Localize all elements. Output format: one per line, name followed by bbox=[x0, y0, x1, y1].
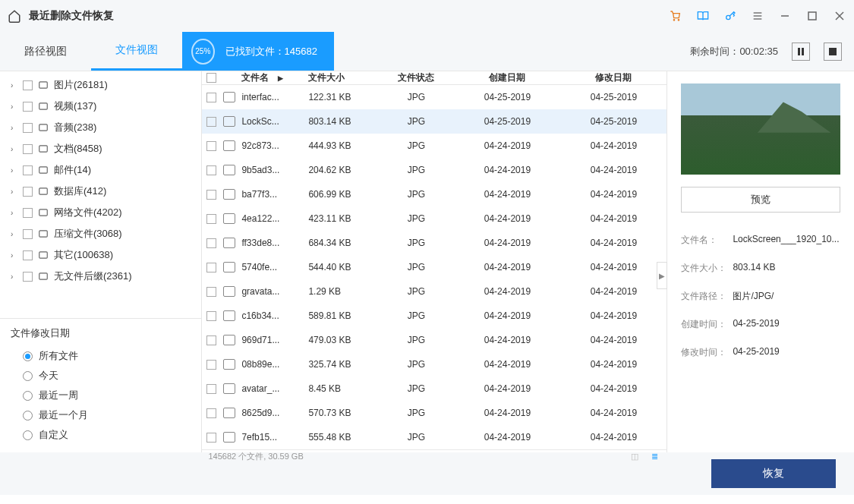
maximize-button[interactable] bbox=[805, 9, 819, 23]
col-filename[interactable]: 文件名▶ bbox=[238, 71, 305, 84]
tab-file-view[interactable]: 文件视图 bbox=[91, 32, 182, 71]
table-row[interactable]: 5740fe...544.40 KBJPG04-24-201904-24-201… bbox=[202, 255, 666, 279]
svg-rect-20 bbox=[39, 231, 48, 237]
row-checkbox[interactable] bbox=[206, 141, 216, 151]
sidebar-item-audio[interactable]: ›音频(238) bbox=[0, 117, 201, 138]
radio-icon bbox=[23, 371, 33, 381]
col-status[interactable]: 文件状态 bbox=[378, 71, 454, 84]
row-checkbox[interactable] bbox=[206, 165, 216, 175]
sidebar-item-image[interactable]: ›图片(26181) bbox=[0, 74, 201, 96]
file-icon bbox=[223, 383, 235, 394]
select-all-checkbox[interactable] bbox=[206, 73, 216, 83]
filter-radio-3[interactable]: 最近一个月 bbox=[11, 405, 191, 425]
cell-status: JPG bbox=[378, 116, 454, 127]
table-row[interactable]: LockSc...803.14 KBJPG04-25-201904-25-201… bbox=[202, 109, 666, 134]
filter-radio-1[interactable]: 今天 bbox=[11, 366, 191, 386]
sidebar-item-web[interactable]: ›网络文件(4202) bbox=[0, 202, 201, 223]
cart-icon[interactable] bbox=[669, 9, 682, 23]
book-icon[interactable] bbox=[696, 9, 710, 23]
checkbox[interactable] bbox=[23, 123, 33, 133]
table-row[interactable]: 4ea122...423.11 KBJPG04-24-201904-24-201… bbox=[202, 206, 666, 231]
collapse-preview-icon[interactable]: ▶ bbox=[657, 262, 667, 289]
checkbox[interactable] bbox=[23, 272, 33, 282]
sidebar-item-zip[interactable]: ›压缩文件(3068) bbox=[0, 223, 201, 244]
sidebar-item-nofile[interactable]: ›无文件后缀(2361) bbox=[0, 266, 201, 287]
col-size[interactable]: 文件大小 bbox=[305, 71, 378, 84]
meta-label: 文件大小： bbox=[681, 262, 733, 275]
menu-icon[interactable] bbox=[751, 9, 764, 23]
table-row[interactable]: ba77f3...606.99 KBJPG04-24-201904-24-201… bbox=[202, 182, 666, 206]
meta-label: 修改时间： bbox=[681, 346, 733, 359]
db-icon bbox=[37, 185, 49, 197]
row-checkbox[interactable] bbox=[206, 287, 216, 297]
checkbox[interactable] bbox=[23, 165, 33, 175]
table-row[interactable]: c16b34...589.81 KBJPG04-24-201904-24-201… bbox=[202, 304, 666, 328]
key-icon[interactable] bbox=[723, 9, 737, 23]
svg-rect-10 bbox=[798, 48, 800, 55]
sidebar-item-doc[interactable]: ›文档(8458) bbox=[0, 138, 201, 159]
cell-modified: 04-24-2019 bbox=[560, 189, 666, 200]
row-checkbox[interactable] bbox=[206, 117, 216, 127]
sidebar-item-other[interactable]: ›其它(100638) bbox=[0, 244, 201, 266]
col-modified[interactable]: 修改日期 bbox=[560, 71, 666, 84]
home-icon[interactable] bbox=[8, 9, 21, 23]
checkbox[interactable] bbox=[23, 229, 33, 239]
preview-button[interactable]: 预览 bbox=[681, 187, 840, 213]
col-created[interactable]: 创建日期 bbox=[454, 71, 560, 84]
row-checkbox[interactable] bbox=[206, 238, 216, 248]
cell-status: JPG bbox=[378, 359, 454, 370]
recover-button[interactable]: 恢复 bbox=[711, 459, 836, 488]
table-row[interactable]: ff33de8...684.34 KBJPG04-24-201904-24-20… bbox=[202, 231, 666, 255]
stop-button[interactable] bbox=[824, 43, 842, 61]
cell-status: JPG bbox=[378, 189, 454, 200]
preview-panel: 预览 文件名：LockScreen___1920_10...文件大小：803.1… bbox=[667, 71, 854, 452]
sidebar-item-db[interactable]: ›数据库(412) bbox=[0, 181, 201, 202]
row-checkbox[interactable] bbox=[206, 93, 216, 102]
pause-button[interactable] bbox=[792, 43, 810, 61]
table-row[interactable]: interfac...122.31 KBJPG04-25-201904-25-2… bbox=[202, 85, 666, 109]
status-text: 145682 个文件, 30.59 GB bbox=[208, 451, 303, 462]
table-row[interactable]: avatar_...8.45 KBJPG04-24-201904-24-2019 bbox=[202, 376, 666, 401]
close-button[interactable] bbox=[833, 9, 846, 23]
row-checkbox[interactable] bbox=[206, 190, 216, 200]
row-checkbox[interactable] bbox=[206, 408, 216, 418]
checkbox[interactable] bbox=[23, 102, 33, 112]
row-checkbox[interactable] bbox=[206, 433, 216, 443]
filter-radio-0[interactable]: 所有文件 bbox=[11, 346, 191, 366]
list-view-icon[interactable]: ≣ bbox=[648, 450, 660, 462]
table-row[interactable]: 7efb15...555.48 KBJPG04-24-201904-24-201… bbox=[202, 425, 666, 449]
row-checkbox[interactable] bbox=[206, 311, 216, 321]
file-icon bbox=[223, 165, 235, 175]
table-row[interactable]: 9b5ad3...204.62 KBJPG04-24-201904-24-201… bbox=[202, 158, 666, 182]
checkbox[interactable] bbox=[23, 80, 33, 90]
table-row[interactable]: 969d71...479.03 KBJPG04-24-201904-24-201… bbox=[202, 328, 666, 352]
checkbox[interactable] bbox=[23, 208, 33, 218]
sidebar-item-video[interactable]: ›视频(137) bbox=[0, 96, 201, 117]
minimize-button[interactable] bbox=[778, 9, 792, 23]
meta-label: 创建时间： bbox=[681, 318, 733, 331]
table-row[interactable]: 8625d9...570.73 KBJPG04-24-201904-24-201… bbox=[202, 401, 666, 425]
checkbox[interactable] bbox=[23, 187, 33, 197]
filter-radio-4[interactable]: 自定义 bbox=[11, 425, 191, 445]
table-row[interactable]: 08b89e...325.74 KBJPG04-24-201904-24-201… bbox=[202, 352, 666, 376]
cell-status: JPG bbox=[378, 286, 454, 297]
table-row[interactable]: 92c873...444.93 KBJPG04-24-201904-24-201… bbox=[202, 134, 666, 158]
row-checkbox[interactable] bbox=[206, 263, 216, 272]
tab-path-view[interactable]: 路径视图 bbox=[0, 32, 91, 71]
row-checkbox[interactable] bbox=[206, 214, 216, 224]
cell-created: 04-25-2019 bbox=[454, 92, 560, 102]
filter-radio-2[interactable]: 最近一周 bbox=[11, 386, 191, 405]
sidebar-item-mail[interactable]: ›邮件(14) bbox=[0, 159, 201, 181]
meta-row: 修改时间：04-25-2019 bbox=[681, 339, 840, 367]
row-checkbox[interactable] bbox=[206, 335, 216, 345]
checkbox[interactable] bbox=[23, 250, 33, 260]
row-checkbox[interactable] bbox=[206, 384, 216, 394]
checkbox[interactable] bbox=[23, 144, 33, 154]
meta-value: 04-25-2019 bbox=[733, 318, 779, 331]
meta-value: 图片/JPG/ bbox=[733, 290, 774, 303]
file-icon bbox=[223, 238, 235, 248]
grid-view-icon[interactable]: ◫ bbox=[629, 450, 641, 462]
cell-status: JPG bbox=[378, 408, 454, 418]
row-checkbox[interactable] bbox=[206, 360, 216, 370]
table-row[interactable]: gravata...1.29 KBJPG04-24-201904-24-2019 bbox=[202, 279, 666, 304]
